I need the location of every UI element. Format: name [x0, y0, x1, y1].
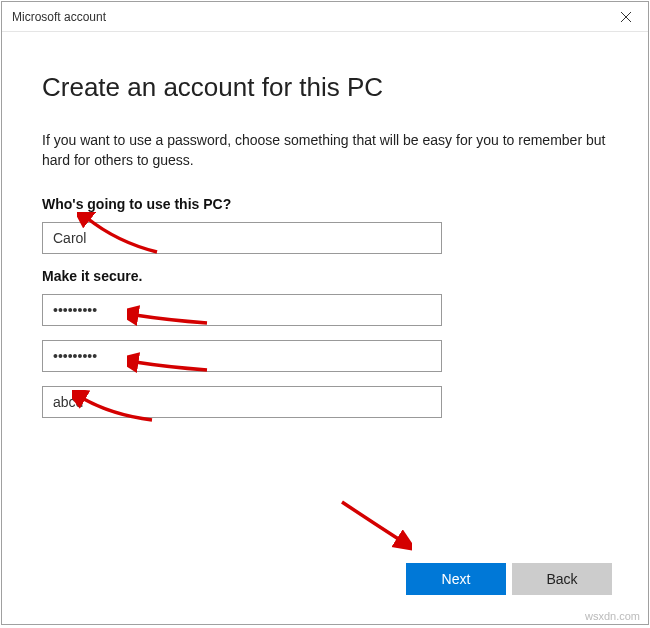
- next-button[interactable]: Next: [406, 563, 506, 595]
- username-input[interactable]: [42, 222, 442, 254]
- dialog-window: Microsoft account Create an account for …: [1, 1, 649, 625]
- page-description: If you want to use a password, choose so…: [42, 131, 608, 170]
- close-button[interactable]: [603, 2, 648, 32]
- titlebar: Microsoft account: [2, 2, 648, 32]
- password-hint-input[interactable]: [42, 386, 442, 418]
- secure-section-label: Make it secure.: [42, 268, 608, 284]
- dialog-content: Create an account for this PC If you wan…: [2, 32, 648, 554]
- password-input[interactable]: [42, 294, 442, 326]
- annotation-arrow-icon: [332, 492, 412, 552]
- back-button[interactable]: Back: [512, 563, 612, 595]
- confirm-password-input[interactable]: [42, 340, 442, 372]
- username-section-label: Who's going to use this PC?: [42, 196, 608, 212]
- dialog-footer: Next Back: [2, 554, 648, 624]
- close-icon: [621, 12, 631, 22]
- window-title: Microsoft account: [12, 10, 106, 24]
- page-title: Create an account for this PC: [42, 72, 608, 103]
- watermark-text: wsxdn.com: [585, 610, 640, 622]
